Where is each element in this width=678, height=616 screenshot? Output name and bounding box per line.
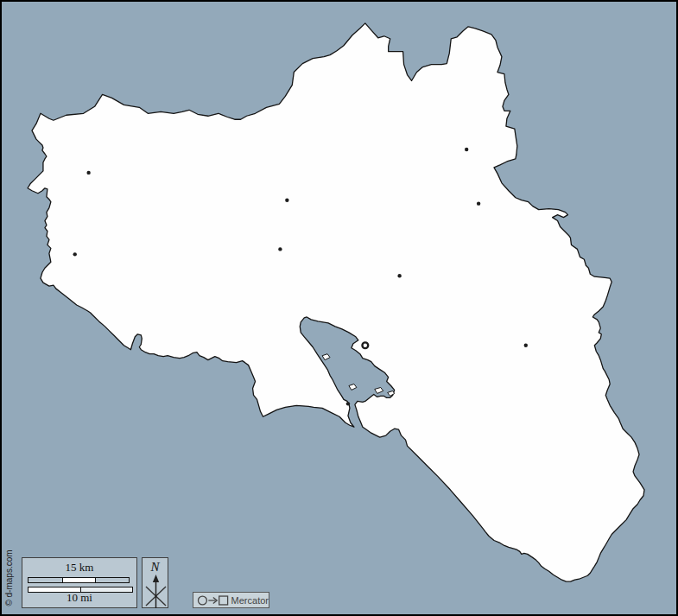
scale-bar-km-segment	[95, 578, 129, 582]
city-dot	[465, 148, 468, 151]
landmass-outline	[28, 23, 644, 581]
copyright-text: © d-maps.com	[4, 547, 15, 609]
scale-mi-label: 10 mi	[22, 591, 136, 605]
projection-box: Mercator	[193, 592, 269, 608]
scale-bar-km-segment	[62, 578, 96, 582]
map-canvas: 15 km 10 mi N Mercator © d-maps.com	[0, 0, 678, 616]
scale-bar-km-segment	[29, 578, 62, 582]
north-label: N	[143, 560, 168, 575]
capital-marker	[362, 342, 368, 348]
city-dot	[86, 171, 90, 175]
map-svg	[2, 2, 676, 614]
city-dot	[285, 199, 288, 202]
city-dot	[397, 274, 401, 277]
scale-bar-panel: 15 km 10 mi	[22, 557, 137, 608]
city-dot	[477, 201, 480, 205]
city-dot	[346, 402, 350, 405]
scale-bar-km	[28, 577, 130, 583]
projection-label: Mercator	[231, 595, 269, 606]
city-dot	[73, 252, 77, 256]
compass-arrow-icon	[143, 574, 169, 609]
north-arrow-panel: N	[142, 557, 168, 608]
projection-symbols-icon	[197, 594, 229, 606]
city-dot	[278, 247, 282, 251]
scale-km-label: 15 km	[22, 561, 136, 575]
city-dot	[524, 344, 528, 347]
